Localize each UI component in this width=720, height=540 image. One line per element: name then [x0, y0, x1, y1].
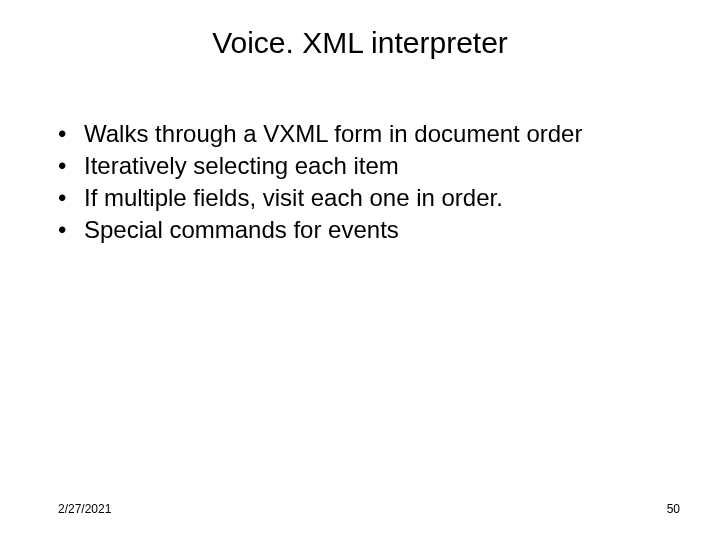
slide-title: Voice. XML interpreter: [0, 26, 720, 60]
slide-body: • Walks through a VXML form in document …: [58, 118, 680, 246]
bullet-text: Iteratively selecting each item: [84, 150, 582, 182]
bullet-icon: •: [58, 214, 84, 246]
bullet-text: Walks through a VXML form in document or…: [84, 118, 582, 150]
list-item: • Iteratively selecting each item: [58, 150, 582, 182]
bullet-icon: •: [58, 150, 84, 182]
bullet-icon: •: [58, 118, 84, 150]
slide-footer: 2/27/2021 50: [58, 502, 680, 516]
slide: Voice. XML interpreter • Walks through a…: [0, 0, 720, 540]
bullet-icon: •: [58, 182, 84, 214]
bullet-text: If multiple fields, visit each one in or…: [84, 182, 582, 214]
footer-page-number: 50: [667, 502, 680, 516]
list-item: • Special commands for events: [58, 214, 582, 246]
bullet-text: Special commands for events: [84, 214, 582, 246]
list-item: • If multiple fields, visit each one in …: [58, 182, 582, 214]
footer-date: 2/27/2021: [58, 502, 111, 516]
list-item: • Walks through a VXML form in document …: [58, 118, 582, 150]
bullet-list: • Walks through a VXML form in document …: [58, 118, 582, 246]
